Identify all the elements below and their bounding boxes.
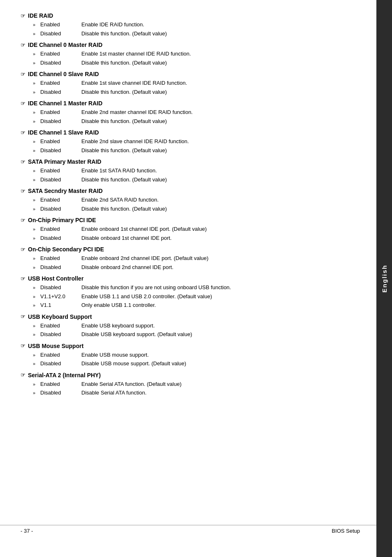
option-desc: Disable Serial ATA function.	[81, 389, 147, 397]
option-row: »DisabledDisable this function. (Default…	[33, 205, 360, 213]
footer-bar: - 37 - BIOS Setup	[0, 525, 376, 536]
option-desc: Disable USB mouse support. (Default valu…	[81, 360, 186, 368]
cursor-icon: ☞	[21, 71, 25, 77]
footer-title: BIOS Setup	[332, 528, 360, 534]
option-key: Enabled	[40, 196, 81, 204]
arrow-icon: »	[33, 352, 39, 359]
section-usb-mouse-support: ☞USB Mouse Support»EnabledEnable USB mou…	[21, 343, 360, 368]
arrow-icon: »	[33, 235, 39, 242]
option-desc: Enable Serial ATA function. (Default val…	[81, 380, 182, 388]
option-row: »V1.1Only enable USB 1.1 controller.	[33, 301, 360, 309]
option-key: Enabled	[40, 322, 81, 330]
arrow-icon: »	[33, 176, 39, 183]
option-desc: Enable USB mouse support.	[81, 351, 149, 359]
option-row: »EnabledEnable 1st slave channel IDE RAI…	[33, 79, 360, 87]
section-title-ide-channel-1-slave-raid: ☞IDE Channel 1 Slave RAID	[21, 129, 360, 136]
option-row: »DisabledDisable this function. (Default…	[33, 59, 360, 67]
cursor-icon: ☞	[21, 188, 25, 194]
section-ide-raid: ☞IDE RAID»EnabledEnable IDE RAID functio…	[21, 12, 360, 37]
option-desc: Disable onboard 1st channel IDE port.	[81, 234, 172, 242]
section-usb-host-controller: ☞USB Host Controller»DisabledDisable thi…	[21, 275, 360, 309]
option-key: V1.1+V2.0	[40, 292, 81, 301]
option-desc: Enable 1st master channel IDE RAID funct…	[81, 50, 191, 58]
cursor-icon: ☞	[21, 276, 25, 282]
section-title-on-chip-primary-pci-ide: ☞On-Chip Primary PCI IDE	[21, 217, 360, 223]
option-row: »EnabledEnable 1st master channel IDE RA…	[33, 50, 360, 58]
option-key: Disabled	[40, 59, 81, 67]
cursor-icon: ☞	[21, 42, 25, 48]
option-key: Enabled	[40, 351, 81, 359]
section-title-ide-channel-1-master-raid: ☞IDE Channel 1 Master RAID	[21, 100, 360, 107]
section-heading-text: USB Host Controller	[28, 275, 83, 282]
section-ide-channel-1-slave-raid: ☞IDE Channel 1 Slave RAID»EnabledEnable …	[21, 129, 360, 154]
option-key: Disabled	[40, 30, 81, 38]
section-heading-text: Serial-ATA 2 (Internal PHY)	[28, 372, 101, 378]
option-row: »EnabledEnable onboard 1st channel IDE p…	[33, 225, 360, 233]
section-heading-text: USB Mouse Support	[28, 343, 83, 349]
arrow-icon: »	[33, 206, 39, 213]
option-desc: Only enable USB 1.1 controller.	[81, 301, 156, 309]
arrow-icon: »	[33, 284, 39, 291]
option-row: »EnabledEnable IDE RAID function.	[33, 21, 360, 29]
arrow-icon: »	[33, 80, 39, 87]
option-desc: Enable onboard 1st channel IDE port. (De…	[81, 225, 207, 233]
option-desc: Disable onboard 2nd channel IDE port.	[81, 263, 173, 272]
option-desc: Enable onboard 2nd channel IDE port. (De…	[81, 254, 208, 262]
option-row: »DisabledDisable onboard 2nd channel IDE…	[33, 263, 360, 272]
sidebar: English	[376, 0, 392, 557]
page-wrapper: ☞IDE RAID»EnabledEnable IDE RAID functio…	[0, 0, 392, 557]
section-serial-ata-2: ☞Serial-ATA 2 (Internal PHY)»EnabledEnab…	[21, 372, 360, 397]
option-desc: Disable this function. (Default value)	[81, 176, 167, 184]
option-key: Enabled	[40, 167, 81, 175]
arrow-icon: »	[33, 390, 39, 397]
option-key: Enabled	[40, 137, 81, 146]
section-usb-keyboard-support: ☞USB Keyboard Support»EnabledEnable USB …	[21, 313, 360, 339]
option-row: »EnabledEnable 2nd SATA RAID function.	[33, 196, 360, 204]
option-row: »DisabledDisable this function. (Default…	[33, 146, 360, 155]
section-title-serial-ata-2: ☞Serial-ATA 2 (Internal PHY)	[21, 372, 360, 378]
arrow-icon: »	[33, 331, 39, 338]
option-row: »DisabledDisable onboard 1st channel IDE…	[33, 234, 360, 242]
sections-container: ☞IDE RAID»EnabledEnable IDE RAID functio…	[21, 12, 360, 397]
option-key: Disabled	[40, 330, 81, 339]
section-heading-text: IDE Channel 1 Slave RAID	[28, 129, 99, 136]
option-key: Enabled	[40, 108, 81, 116]
option-row: »EnabledEnable onboard 2nd channel IDE p…	[33, 254, 360, 262]
arrow-icon: »	[33, 360, 39, 367]
option-row: »EnabledEnable USB mouse support.	[33, 351, 360, 359]
section-sata-secondary-master-raid: ☞SATA Secndry Master RAID»EnabledEnable …	[21, 188, 360, 213]
arrow-icon: »	[33, 21, 39, 28]
option-desc: Disable USB keyboard support. (Default v…	[81, 330, 192, 339]
option-key: Disabled	[40, 88, 81, 96]
option-row: »EnabledEnable USB keyboard support.	[33, 322, 360, 330]
option-desc: Enable 2nd SATA RAID function.	[81, 196, 159, 204]
option-key: Enabled	[40, 21, 81, 29]
main-content: ☞IDE RAID»EnabledEnable IDE RAID functio…	[0, 0, 376, 557]
arrow-icon: »	[33, 255, 39, 262]
cursor-icon: ☞	[21, 246, 25, 253]
arrow-icon: »	[33, 293, 39, 300]
option-desc: Enable 2nd master channel IDE RAID funct…	[81, 108, 193, 116]
option-key: Disabled	[40, 117, 81, 125]
arrow-icon: »	[33, 60, 39, 67]
arrow-icon: »	[33, 264, 39, 271]
section-ide-channel-0-master-raid: ☞IDE Channel 0 Master RAID»EnabledEnable…	[21, 42, 360, 67]
option-key: Disabled	[40, 389, 81, 397]
section-ide-channel-0-slave-raid: ☞IDE Channel 0 Slave RAID»EnabledEnable …	[21, 71, 360, 96]
option-row: »EnabledEnable 2nd slave channel IDE RAI…	[33, 137, 360, 146]
cursor-icon: ☞	[21, 313, 25, 320]
cursor-icon: ☞	[21, 343, 25, 349]
option-row: »DisabledDisable this function. (Default…	[33, 30, 360, 38]
option-row: »EnabledEnable 2nd master channel IDE RA…	[33, 108, 360, 116]
option-row: »DisabledDisable Serial ATA function.	[33, 389, 360, 397]
section-heading-text: On-Chip Primary PCI IDE	[28, 217, 96, 223]
section-title-on-chip-secondary-pci-ide: ☞On-Chip Secondary PCI IDE	[21, 246, 360, 253]
section-title-sata-secondary-master-raid: ☞SATA Secndry Master RAID	[21, 188, 360, 194]
option-row: »EnabledEnable 1st SATA RAID function.	[33, 167, 360, 175]
section-on-chip-primary-pci-ide: ☞On-Chip Primary PCI IDE»EnabledEnable o…	[21, 217, 360, 242]
section-ide-channel-1-master-raid: ☞IDE Channel 1 Master RAID»EnabledEnable…	[21, 100, 360, 125]
option-key: Enabled	[40, 225, 81, 233]
section-heading-text: SATA Secndry Master RAID	[28, 188, 103, 194]
arrow-icon: »	[33, 323, 39, 330]
option-key: Enabled	[40, 254, 81, 262]
